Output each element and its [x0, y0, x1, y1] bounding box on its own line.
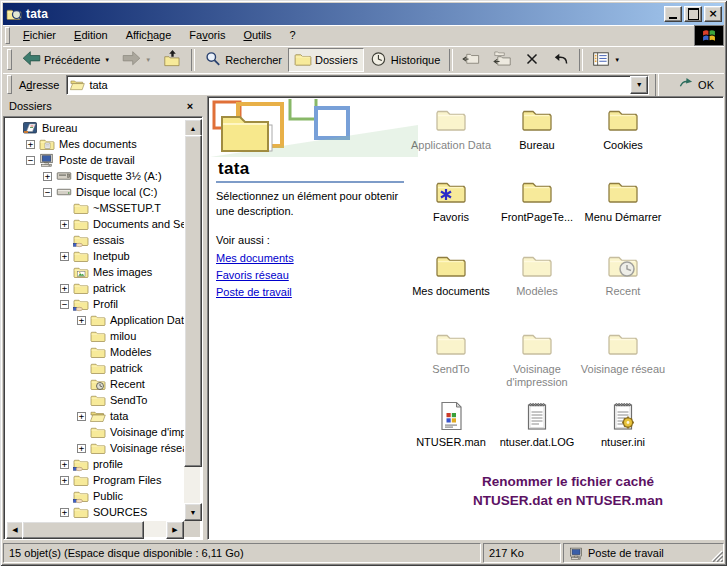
expand-icon[interactable]: + [43, 172, 52, 181]
views-button[interactable]: ▼ [586, 48, 626, 72]
expand-icon[interactable]: + [60, 508, 69, 517]
tree-item-label[interactable]: Application Data [110, 314, 184, 326]
titlebar[interactable]: tata × [3, 3, 724, 25]
menu-item-edition[interactable]: Edition [65, 25, 117, 46]
tree-item[interactable]: +tata [6, 408, 184, 424]
address-combobox[interactable]: tata ▼ [66, 75, 649, 95]
move-to-button[interactable] [456, 48, 487, 72]
file-item[interactable]: Mes documents [408, 249, 494, 298]
file-item[interactable]: Favoris [408, 175, 494, 224]
file-item[interactable]: Recent [580, 249, 666, 298]
tree-item[interactable]: Public [6, 488, 184, 504]
file-item[interactable]: Menu Démarrer [580, 175, 666, 224]
tree-item[interactable]: essais [6, 232, 184, 248]
toolbar-grip[interactable] [7, 49, 12, 70]
vertical-scroll-thumb[interactable] [184, 135, 202, 467]
file-item[interactable]: Modèles [494, 249, 580, 298]
expand-icon[interactable]: + [60, 252, 69, 261]
go-button[interactable]: OK [671, 74, 722, 95]
tree-item[interactable]: +Inetpub [6, 248, 184, 264]
tree-item-label[interactable]: profile [93, 458, 123, 470]
file-item-label[interactable]: Menu Démarrer [584, 211, 661, 224]
tree-item-label[interactable]: Program Files [93, 474, 161, 486]
back-dropdown-icon[interactable]: ▼ [104, 57, 110, 63]
file-item-label[interactable]: FrontPageTe... [501, 211, 573, 224]
tree-item[interactable]: +Mes documents [6, 136, 184, 152]
up-button[interactable] [157, 48, 188, 72]
back-button[interactable]: Précédente ▼ [16, 48, 116, 72]
tree-item[interactable]: Modèles [6, 344, 184, 360]
minimize-button[interactable] [664, 6, 682, 22]
menubar-grip[interactable] [5, 27, 10, 44]
tree-item[interactable]: +Application Data [6, 312, 184, 328]
tree-item-label[interactable]: Disque local (C:) [76, 186, 157, 198]
expand-icon[interactable]: + [77, 412, 86, 421]
file-item[interactable]: Voisinage réseau [580, 327, 666, 376]
file-item[interactable]: Voisinage d'impression [494, 327, 580, 389]
history-button[interactable]: Historique [364, 48, 447, 72]
tree-item[interactable]: Recent [6, 376, 184, 392]
expand-icon[interactable]: + [77, 444, 86, 453]
tree-item[interactable]: +Program Files [6, 472, 184, 488]
tree-item[interactable]: −Disque local (C:) [6, 184, 184, 200]
tree-item-label[interactable]: SendTo [110, 394, 147, 406]
file-item-label[interactable]: ntuser.dat.LOG [500, 436, 575, 449]
copy-to-button[interactable] [487, 48, 518, 72]
addressbar-grip[interactable] [7, 75, 12, 93]
tree-item-label[interactable]: Mes documents [59, 138, 137, 150]
tree-item[interactable]: −Poste de travail [6, 152, 184, 168]
collapse-icon[interactable]: − [43, 188, 52, 197]
scroll-right-button[interactable]: ▶ [166, 521, 184, 539]
tree-item[interactable]: milou [6, 328, 184, 344]
delete-button[interactable] [518, 48, 546, 72]
resize-grip[interactable] [710, 549, 723, 562]
maximize-button[interactable] [684, 6, 702, 22]
collapse-icon[interactable]: − [60, 300, 69, 309]
menu-item-fichier[interactable]: Fichier [14, 25, 65, 46]
tree-item[interactable]: +Voisinage réseau [6, 440, 184, 456]
search-button[interactable]: Rechercher [198, 48, 288, 72]
file-item-label[interactable]: Voisinage réseau [581, 363, 665, 376]
tree-item-label[interactable]: Public [93, 490, 123, 502]
scroll-down-button[interactable]: ▼ [184, 503, 202, 521]
expand-icon[interactable]: + [60, 220, 69, 229]
folders-panel-close-button[interactable]: × [183, 99, 197, 113]
file-item-label[interactable]: Recent [606, 285, 641, 298]
file-item[interactable]: Cookies [580, 103, 666, 152]
folders-button[interactable]: Dossiers [288, 48, 364, 72]
file-item-label[interactable]: ntuser.ini [601, 436, 645, 449]
tree-item[interactable]: −Profil [6, 296, 184, 312]
file-item-label[interactable]: Modèles [516, 285, 558, 298]
tree-item-label[interactable]: Recent [110, 378, 145, 390]
expand-icon[interactable]: + [60, 460, 69, 469]
tree-item-label[interactable]: Documents and Settin [93, 218, 184, 230]
close-button[interactable]: × [704, 6, 722, 22]
tree-item-label[interactable]: Poste de travail [59, 154, 135, 166]
tree-item[interactable]: +profile [6, 456, 184, 472]
file-item-label[interactable]: Cookies [603, 139, 643, 152]
tree-vertical-scrollbar[interactable]: ▲ ▼ [184, 119, 200, 521]
tree-item[interactable]: patrick [6, 360, 184, 376]
file-item-label[interactable]: Application Data [411, 139, 491, 152]
address-dropdown-button[interactable]: ▼ [630, 76, 648, 94]
tree-item-label[interactable]: Bureau [42, 122, 77, 134]
see-also-link-2[interactable]: Poste de travail [216, 286, 294, 298]
file-item[interactable]: Bureau [494, 103, 580, 152]
expand-icon[interactable]: + [77, 316, 86, 325]
horizontal-scroll-thumb[interactable] [22, 521, 144, 539]
views-dropdown-icon[interactable]: ▼ [614, 57, 620, 63]
tree-item[interactable]: +Documents and Settin [6, 216, 184, 232]
tree-item-label[interactable]: milou [110, 330, 136, 342]
tree-item-label[interactable]: essais [93, 234, 124, 246]
tree-item[interactable]: +SOURCES [6, 504, 184, 520]
tree-item-label[interactable]: ~MSSETUP.T [93, 202, 161, 214]
file-item[interactable]: NTUSER.man [408, 400, 494, 449]
see-also-link-1[interactable]: Favoris réseau [216, 269, 294, 281]
file-item-label[interactable]: Mes documents [412, 285, 490, 298]
address-value[interactable]: tata [89, 79, 630, 91]
tree-item-label[interactable]: Modèles [110, 346, 152, 358]
menu-item-affichage[interactable]: Affichage [117, 25, 181, 46]
file-item[interactable]: FrontPageTe... [494, 175, 580, 224]
tree-item-label[interactable]: Voisinage d'impres [110, 426, 184, 438]
file-item[interactable]: ntuser.ini [580, 400, 666, 449]
